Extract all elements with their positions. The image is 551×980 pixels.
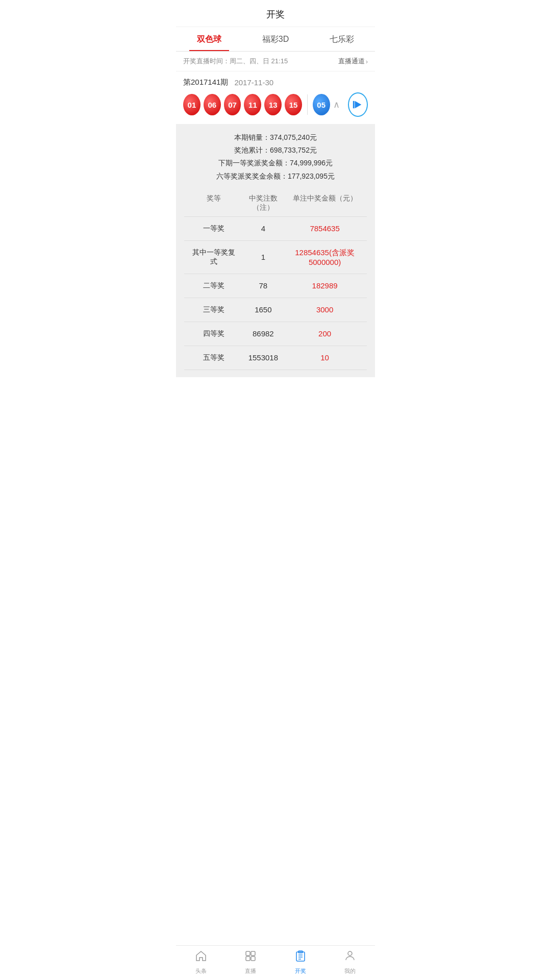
prize-level-2: 二等奖 (189, 281, 239, 290)
red-ball-2: 06 (204, 94, 221, 115)
clipboard-icon (294, 950, 307, 965)
broadcast-time: 开奖直播时间：周二、四、日 21:15 (183, 57, 288, 66)
collapse-button[interactable]: ∧ (333, 99, 340, 110)
blue-ball: 05 (313, 94, 330, 115)
prize-count-4: 86982 (239, 329, 288, 338)
nav-toutiao-label: 头条 (195, 967, 207, 975)
prize-count-1: 1 (239, 253, 288, 261)
nav-wode[interactable]: 我的 (325, 950, 375, 975)
page-header: 开奖 (176, 0, 375, 27)
red-ball-4: 11 (244, 94, 261, 115)
prize-amount-0: 7854635 (288, 224, 362, 233)
prize-count-3: 1650 (239, 305, 288, 314)
bottom-nav: 头条 直播 开奖 (176, 945, 375, 980)
prize-level-4: 四等奖 (189, 329, 239, 338)
tab-qilecai[interactable]: 七乐彩 (309, 27, 375, 51)
prize-row-5: 五等奖 1553018 10 (184, 346, 367, 370)
prize-amount-1: 12854635(含派奖5000000) (288, 248, 362, 266)
prize-row-4: 四等奖 86982 200 (184, 322, 367, 346)
prize-row-1: 其中一等奖复式 1 12854635(含派奖5000000) (184, 241, 367, 274)
video-button[interactable] (348, 92, 368, 117)
numbers-row: 01 06 07 11 13 15 05 ∧ (183, 92, 368, 124)
col-header-level: 奖等 (189, 194, 239, 212)
issue-block: 第2017141期 2017-11-30 01 06 07 11 13 15 0… (176, 71, 375, 124)
col-header-amount: 单注中奖金额（元） (288, 194, 362, 212)
broadcast-link[interactable]: 直播通道 › (338, 57, 368, 66)
prize-row-0: 一等奖 4 7854635 (184, 217, 367, 241)
prize-row-3: 三等奖 1650 3000 (184, 298, 367, 322)
prize-level-5: 五等奖 (189, 353, 239, 362)
prize-row-2: 二等奖 78 182989 (184, 274, 367, 298)
svg-rect-1 (353, 101, 355, 109)
nav-zhibo-label: 直播 (245, 967, 256, 975)
nav-kaijiang-label: 开奖 (295, 967, 306, 975)
prize-count-2: 78 (239, 281, 288, 290)
svg-rect-3 (251, 951, 255, 955)
prize-count-5: 1553018 (239, 353, 288, 362)
grid-icon (244, 950, 257, 965)
red-ball-6: 15 (285, 94, 302, 115)
person-icon (344, 950, 356, 965)
detail-stats: 本期销量：374,075,240元 奖池累计：698,733,752元 下期一等… (184, 131, 367, 183)
home-icon (195, 950, 207, 965)
nav-zhibo[interactable]: 直播 (226, 950, 276, 975)
nav-kaijiang[interactable]: 开奖 (276, 950, 325, 975)
nav-wode-label: 我的 (344, 967, 356, 975)
ball-separator (307, 94, 308, 115)
chevron-right-icon: › (366, 58, 368, 65)
issue-header: 第2017141期 2017-11-30 (183, 78, 368, 87)
broadcast-bar: 开奖直播时间：周二、四、日 21:15 直播通道 › (176, 52, 375, 71)
svg-point-11 (348, 951, 352, 955)
tabs-bar: 双色球 福彩3D 七乐彩 (176, 27, 375, 52)
prize-amount-4: 200 (288, 329, 362, 338)
page-title: 开奖 (266, 9, 285, 19)
svg-rect-2 (246, 951, 250, 955)
prize-table: 奖等 中奖注数（注） 单注中奖金额（元） 一等奖 4 7854635 其中一等奖… (184, 190, 367, 370)
red-ball-5: 13 (264, 94, 282, 115)
prize-rows: 一等奖 4 7854635 其中一等奖复式 1 12854635(含派奖5000… (184, 217, 367, 370)
nav-toutiao[interactable]: 头条 (176, 950, 226, 975)
prize-table-header: 奖等 中奖注数（注） 单注中奖金额（元） (184, 190, 367, 217)
prize-level-1: 其中一等奖复式 (189, 248, 239, 266)
tab-shuangseqiu[interactable]: 双色球 (176, 27, 242, 51)
svg-rect-4 (246, 957, 250, 961)
tab-fucai3d[interactable]: 福彩3D (242, 27, 309, 51)
col-header-count: 中奖注数（注） (239, 194, 288, 212)
svg-marker-0 (355, 101, 362, 109)
prize-amount-3: 3000 (288, 305, 362, 314)
prize-amount-5: 10 (288, 353, 362, 362)
detail-panel: 本期销量：374,075,240元 奖池累计：698,733,752元 下期一等… (176, 124, 375, 377)
svg-rect-5 (251, 957, 255, 961)
red-ball-1: 01 (183, 94, 201, 115)
prize-count-0: 4 (239, 224, 288, 233)
issue-date: 2017-11-30 (234, 78, 273, 87)
issue-number: 第2017141期 (183, 78, 228, 87)
red-ball-3: 07 (224, 94, 241, 115)
prize-level-3: 三等奖 (189, 305, 239, 314)
prize-amount-2: 182989 (288, 281, 362, 290)
prize-level-0: 一等奖 (189, 224, 239, 233)
